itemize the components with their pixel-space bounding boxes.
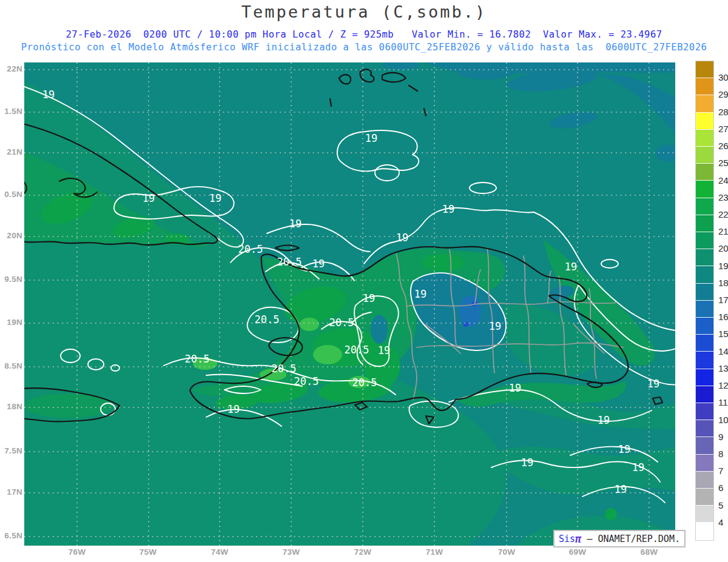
colorbar-segment bbox=[696, 95, 713, 112]
lon-axis-label: 71W bbox=[416, 547, 453, 557]
contour-label: 19 bbox=[365, 132, 377, 144]
contour-label: 19 bbox=[414, 288, 426, 300]
lat-axis-label: 17N bbox=[0, 487, 22, 497]
lon-axis-label: 74W bbox=[201, 547, 238, 557]
lat-axis-label: 8.5N bbox=[0, 361, 22, 370]
colorbar-tick-label: 7 bbox=[718, 466, 723, 476]
colorbar-tick-label: 15 bbox=[718, 329, 728, 339]
contour-label: 19 bbox=[228, 403, 240, 415]
colorbar-tick-label: 22 bbox=[718, 209, 728, 219]
colorbar-tick-label: 21 bbox=[718, 226, 728, 236]
colorbar-tick-label: 18 bbox=[718, 278, 728, 288]
contour-label: 19 bbox=[143, 192, 155, 204]
contour-label: 19 bbox=[509, 382, 521, 394]
colorbar-segment bbox=[696, 215, 713, 232]
temperature-map-svg: 1919191919191919191919191919191919191919… bbox=[24, 62, 675, 546]
colorbar-tick-label: 23 bbox=[718, 192, 728, 202]
colorbar-segment bbox=[696, 130, 713, 147]
contour-label: 20.5 bbox=[329, 316, 354, 329]
contour-label: 19 bbox=[647, 378, 659, 390]
contour-label: 20.5 bbox=[255, 313, 280, 326]
lat-axis-label: 0.5N bbox=[0, 190, 22, 199]
lon-axis-label: 76W bbox=[59, 547, 95, 557]
branding-box: Sisπ – ONAMET/REP.DOM. bbox=[553, 530, 686, 547]
colorbar-tick-label: 28 bbox=[718, 107, 728, 117]
lat-axis-label: 9.5N bbox=[0, 275, 22, 284]
colorbar-segment bbox=[696, 472, 713, 489]
contour-label: 19 bbox=[489, 320, 501, 332]
colorbar-segment bbox=[696, 403, 713, 420]
colorbar-segment bbox=[696, 386, 713, 403]
contour-label: 20.5 bbox=[352, 376, 377, 389]
lat-axis-label: 20N bbox=[0, 231, 22, 240]
contour-label: 19 bbox=[618, 443, 630, 455]
lat-axis-label: 19N bbox=[0, 318, 22, 327]
contour-label: 19 bbox=[42, 89, 55, 101]
lat-axis-label: 7.5N bbox=[0, 446, 22, 455]
colorbar-tick-label: 20 bbox=[718, 243, 728, 253]
colorbar-tick-label: 6 bbox=[718, 483, 723, 493]
lon-axis-label: 72W bbox=[345, 547, 381, 557]
colorbar-tick-label: 8 bbox=[718, 449, 723, 459]
colorbar-segment bbox=[696, 232, 713, 249]
contour-label: 19 bbox=[209, 192, 221, 204]
contour-label: 20.5 bbox=[294, 375, 319, 387]
colorbar-tick-label: 26 bbox=[718, 141, 728, 151]
colorbar-segment bbox=[696, 266, 713, 283]
page-title: Temperatura (C,somb.) bbox=[0, 2, 728, 21]
contour-label: 19 bbox=[289, 218, 302, 230]
colorbar-tick-label: 9 bbox=[718, 432, 723, 442]
colorbar-tick-label: 11 bbox=[718, 397, 728, 407]
colorbar-segment bbox=[696, 61, 713, 78]
branding-sis: Sis bbox=[559, 534, 575, 544]
colorbar-tick-label: 4 bbox=[718, 517, 723, 527]
colorbar-tick-label: 29 bbox=[718, 89, 728, 99]
contour-label: 20.5 bbox=[238, 243, 263, 255]
contour-label: 19 bbox=[363, 292, 375, 304]
colorbar-segment bbox=[696, 164, 713, 181]
colorbar-segment bbox=[696, 78, 713, 95]
contour-label: 19 bbox=[378, 344, 390, 356]
colorbar-segment bbox=[696, 506, 713, 523]
colorbar-segment bbox=[696, 455, 713, 472]
temperature-colorbar bbox=[695, 61, 714, 541]
colorbar-segment bbox=[696, 249, 713, 266]
colorbar-segment bbox=[696, 284, 713, 301]
lat-axis-label: 18N bbox=[0, 402, 22, 411]
pi-logo: π bbox=[575, 533, 581, 545]
contour-label: 19 bbox=[598, 414, 610, 426]
colorbar-tick-label: 16 bbox=[718, 312, 728, 322]
colorbar-tick-label: 12 bbox=[718, 380, 728, 390]
lat-axis-label: 21N bbox=[0, 147, 22, 156]
colorbar-tick-label: 13 bbox=[718, 363, 728, 373]
contour-label: 19 bbox=[396, 232, 408, 244]
map-plot-area: 1919191919191919191919191919191919191919… bbox=[24, 62, 675, 546]
colorbar-tick-label: 10 bbox=[718, 415, 728, 425]
branding-source-label: – ONAMET/REP.DOM. bbox=[581, 534, 680, 544]
colorbar-tick-label: 27 bbox=[718, 124, 728, 134]
lat-axis-label: 1.5N bbox=[0, 107, 22, 116]
colorbar-segment bbox=[696, 113, 713, 130]
colorbar-segment bbox=[696, 318, 713, 335]
colorbar-tick-label: 14 bbox=[718, 346, 728, 356]
contour-label: 19 bbox=[632, 461, 644, 473]
contour-label: 19 bbox=[615, 483, 627, 495]
lon-axis-label: 69W bbox=[559, 547, 596, 557]
colorbar-segment bbox=[696, 420, 713, 437]
colorbar-segment bbox=[696, 489, 713, 506]
lat-axis-label: 6.5N bbox=[0, 531, 22, 540]
lon-axis-label: 73W bbox=[273, 547, 309, 557]
lon-axis-label: 70W bbox=[488, 547, 525, 557]
lat-axis-label: 22N bbox=[0, 64, 22, 73]
colorbar-tick-label: 30 bbox=[718, 72, 728, 82]
colorbar-segment bbox=[696, 437, 713, 454]
colorbar-segment bbox=[696, 198, 713, 215]
lon-axis-label: 75W bbox=[130, 547, 166, 557]
colorbar-tick-label: 17 bbox=[718, 295, 728, 305]
colorbar-segment bbox=[696, 147, 713, 164]
colorbar-tick-label: 24 bbox=[718, 175, 728, 186]
colorbar-segment bbox=[696, 335, 713, 352]
colorbar-segment bbox=[696, 523, 713, 540]
colorbar-segment bbox=[696, 181, 713, 198]
colorbar-tick-label: 19 bbox=[718, 261, 728, 271]
